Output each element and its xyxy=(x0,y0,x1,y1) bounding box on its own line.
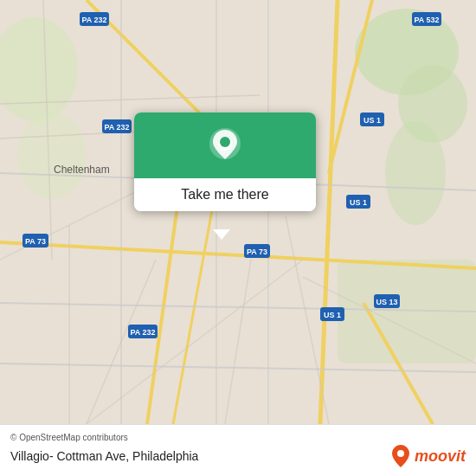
svg-point-5 xyxy=(17,113,87,199)
popup-tail xyxy=(213,229,230,240)
svg-point-3 xyxy=(385,121,446,225)
svg-text:US 1: US 1 xyxy=(363,116,381,125)
svg-point-53 xyxy=(220,137,230,147)
svg-text:PA 73: PA 73 xyxy=(25,237,46,246)
take-me-there-button[interactable]: Take me there xyxy=(134,178,316,211)
svg-text:PA 232: PA 232 xyxy=(130,328,155,337)
svg-text:PA 532: PA 532 xyxy=(414,16,439,24)
svg-text:US 1: US 1 xyxy=(324,311,341,319)
location-pin-icon xyxy=(209,128,241,166)
popup-card: Take me there xyxy=(134,113,316,211)
svg-point-54 xyxy=(397,450,404,457)
svg-text:Cheltenham: Cheltenham xyxy=(54,164,110,176)
map-background: Cheltenham PA 232 PA 232 PA 232 PA 73 PA… xyxy=(0,0,476,424)
moovit-logo: moovit xyxy=(391,444,466,468)
bottom-bar: © OpenStreetMap contributors Villagio- C… xyxy=(0,424,476,476)
moovit-brand-text: moovit xyxy=(415,447,466,466)
svg-text:PA 232: PA 232 xyxy=(104,123,129,132)
moovit-pin-icon xyxy=(391,444,410,468)
svg-text:PA 232: PA 232 xyxy=(81,16,106,24)
svg-text:US 1: US 1 xyxy=(350,198,367,207)
popup-green-area xyxy=(134,113,316,178)
bottom-info: Villagio- Cottman Ave, Philadelphia moov… xyxy=(10,444,466,468)
svg-text:PA 73: PA 73 xyxy=(247,248,267,256)
attribution-text: © OpenStreetMap contributors xyxy=(10,433,466,442)
map-container: Cheltenham PA 232 PA 232 PA 232 PA 73 PA… xyxy=(0,0,476,424)
svg-text:US 13: US 13 xyxy=(376,298,397,306)
place-name: Villagio- Cottman Ave, Philadelphia xyxy=(10,449,198,463)
